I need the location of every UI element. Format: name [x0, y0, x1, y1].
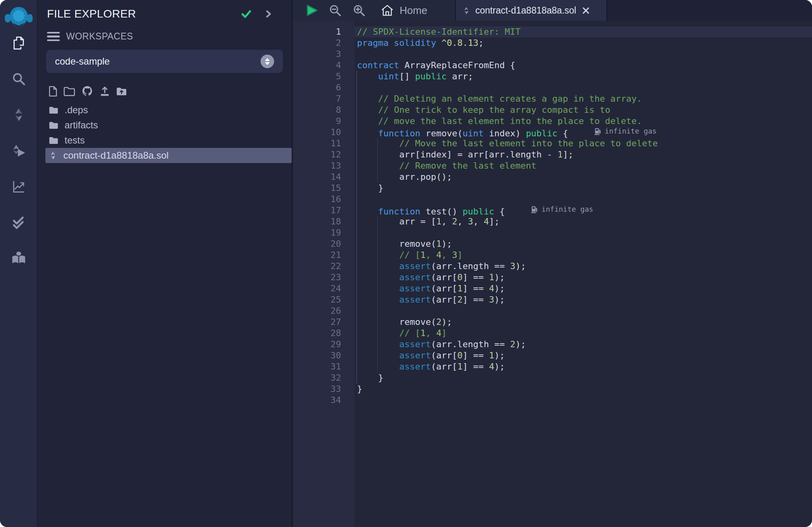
- file-row-contract[interactable]: contract-d1a8818a8a.sol: [45, 148, 292, 163]
- line-number[interactable]: 19: [293, 227, 355, 238]
- zoom-in-icon[interactable]: [352, 4, 366, 17]
- code-line[interactable]: [355, 305, 812, 317]
- line-number[interactable]: 21: [293, 250, 355, 261]
- line-number[interactable]: 34: [293, 395, 355, 406]
- folder-row-tests[interactable]: tests: [37, 133, 292, 148]
- new-file-icon[interactable]: [48, 86, 58, 97]
- code-line[interactable]: assert(arr[2] == 3);: [355, 294, 812, 305]
- code-line[interactable]: [355, 82, 812, 93]
- sidebar-item-solidity-compiler[interactable]: [0, 104, 37, 126]
- folder-row-deps[interactable]: .deps: [37, 102, 292, 118]
- line-number[interactable]: 26: [293, 305, 355, 317]
- code-line[interactable]: assert(arr[1] == 4);: [355, 361, 812, 372]
- line-number[interactable]: 24: [293, 283, 355, 294]
- line-number[interactable]: 22: [293, 261, 355, 272]
- sidebar-item-solidity-unit-testing[interactable]: [0, 211, 37, 234]
- code-line[interactable]: assert(arr.length == 3);: [355, 261, 812, 272]
- code-line[interactable]: assert(arr[0] == 1);: [355, 272, 812, 283]
- code-line[interactable]: function remove(uint index) public {infi…: [355, 127, 812, 138]
- folder-row-artifacts[interactable]: artifacts: [37, 118, 292, 133]
- panel-expand-chevron-icon[interactable]: [263, 8, 274, 20]
- code-token: 4: [489, 362, 494, 372]
- line-number[interactable]: 10: [293, 127, 355, 138]
- line-number[interactable]: 5: [293, 71, 355, 82]
- line-number[interactable]: 6: [293, 82, 355, 93]
- indent-guide: [356, 71, 357, 383]
- workspaces-menu-icon[interactable]: [47, 32, 60, 41]
- upload-folder-icon[interactable]: [116, 87, 127, 96]
- line-number[interactable]: 17: [293, 205, 355, 216]
- code-token: ,: [426, 328, 436, 338]
- line-number[interactable]: 9: [293, 116, 355, 127]
- code-line[interactable]: assert(arr[0] == 1);: [355, 350, 812, 361]
- remix-logo-icon[interactable]: [4, 2, 33, 32]
- code-line[interactable]: pragma solidity ^0.8.13;: [355, 37, 812, 49]
- code-area[interactable]: 1234567891011121314151617181920212223242…: [293, 21, 812, 527]
- code-token: 1: [489, 272, 494, 282]
- line-number[interactable]: 20: [293, 238, 355, 250]
- close-tab-icon[interactable]: [582, 6, 590, 15]
- code-line[interactable]: remove(2);: [355, 317, 812, 328]
- code-line[interactable]: }: [355, 183, 812, 194]
- line-number[interactable]: 12: [293, 149, 355, 160]
- line-number[interactable]: 15: [293, 183, 355, 194]
- run-script-button[interactable]: [305, 4, 319, 17]
- tab-contract-file[interactable]: contract-d1a8818a8a.sol: [455, 0, 607, 21]
- code-line[interactable]: [355, 49, 812, 60]
- code-line[interactable]: assert(arr.length == 2);: [355, 339, 812, 350]
- code-line[interactable]: remove(1);: [355, 238, 812, 250]
- line-number[interactable]: 25: [293, 294, 355, 305]
- code-line[interactable]: [355, 395, 812, 406]
- line-number[interactable]: 11: [293, 138, 355, 149]
- code-line[interactable]: }: [355, 383, 812, 395]
- code-line[interactable]: // [1, 4]: [355, 328, 812, 339]
- line-number[interactable]: 30: [293, 350, 355, 361]
- new-folder-icon[interactable]: [63, 86, 75, 96]
- line-number[interactable]: 29: [293, 339, 355, 350]
- sidebar-item-search[interactable]: [0, 68, 37, 90]
- code-line[interactable]: arr[index] = arr[arr.length - 1];: [355, 149, 812, 160]
- line-number[interactable]: 3: [293, 49, 355, 60]
- sidebar-item-learneth[interactable]: [0, 247, 37, 269]
- line-number[interactable]: 33: [293, 383, 355, 395]
- line-number[interactable]: 32: [293, 372, 355, 383]
- code-line[interactable]: // Move the last element into the place …: [355, 138, 812, 149]
- github-clone-icon[interactable]: [81, 85, 94, 98]
- code-line[interactable]: contract ArrayReplaceFromEnd {: [355, 60, 812, 71]
- code-line[interactable]: arr.pop();: [355, 171, 812, 183]
- line-number[interactable]: 7: [293, 93, 355, 104]
- code-line[interactable]: assert(arr[1] == 4);: [355, 283, 812, 294]
- code-line[interactable]: uint[] public arr;: [355, 71, 812, 82]
- code-content[interactable]: // SPDX-License-Identifier: MITpragma so…: [355, 21, 812, 527]
- workspace-select[interactable]: code-sample: [46, 50, 283, 73]
- line-number[interactable]: 13: [293, 160, 355, 171]
- line-number[interactable]: 14: [293, 171, 355, 183]
- sidebar-item-solidity-analyzer[interactable]: [0, 175, 37, 198]
- sidebar-item-file-explorer[interactable]: [0, 32, 37, 54]
- line-number[interactable]: 23: [293, 272, 355, 283]
- line-number[interactable]: 31: [293, 361, 355, 372]
- code-line[interactable]: function test() public {infinite gas: [355, 205, 812, 216]
- code-line[interactable]: // SPDX-License-Identifier: MIT: [355, 26, 812, 37]
- line-number[interactable]: 1: [293, 26, 355, 37]
- code-line[interactable]: // Deleting an element creates a gap in …: [355, 93, 812, 104]
- code-line[interactable]: // Remove the last element: [355, 160, 812, 171]
- line-number[interactable]: 16: [293, 194, 355, 205]
- code-line[interactable]: [355, 194, 812, 205]
- line-number[interactable]: 18: [293, 216, 355, 227]
- code-line[interactable]: // One trick to keep the array compact i…: [355, 104, 812, 116]
- code-line[interactable]: // move the last element into the place …: [355, 116, 812, 127]
- line-number[interactable]: 8: [293, 104, 355, 116]
- line-number[interactable]: 28: [293, 328, 355, 339]
- code-line[interactable]: [355, 227, 812, 238]
- upload-file-icon[interactable]: [99, 86, 110, 97]
- zoom-out-icon[interactable]: [328, 4, 342, 17]
- tab-home[interactable]: Home: [380, 4, 427, 17]
- line-number[interactable]: 4: [293, 60, 355, 71]
- code-line[interactable]: // [1, 4, 3]: [355, 250, 812, 261]
- code-line[interactable]: }: [355, 372, 812, 383]
- code-line[interactable]: arr = [1, 2, 3, 4];: [355, 216, 812, 227]
- line-number[interactable]: 27: [293, 317, 355, 328]
- line-number[interactable]: 2: [293, 37, 355, 49]
- sidebar-item-deploy-and-run[interactable]: [0, 140, 37, 162]
